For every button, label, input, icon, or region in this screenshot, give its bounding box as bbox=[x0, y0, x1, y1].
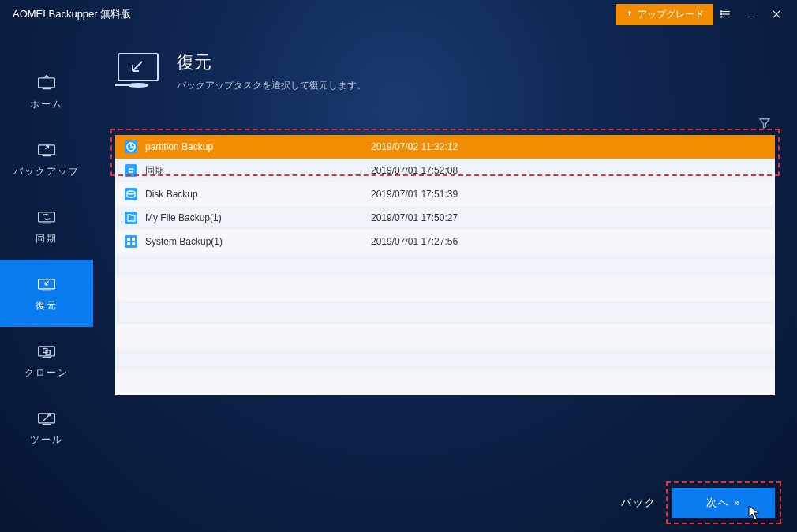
task-row[interactable]: System Backup(1)2019/07/01 17:27:56 bbox=[115, 230, 775, 253]
svg-point-22 bbox=[48, 414, 51, 416]
svg-rect-24 bbox=[118, 54, 158, 81]
sidebar: ホーム バックアップ 同期 復元 クローン ツール bbox=[0, 28, 93, 532]
task-row[interactable]: 同期2019/07/01 17:52:08 bbox=[115, 159, 775, 182]
minimize-button[interactable] bbox=[739, 2, 764, 27]
sidebar-item-label: 復元 bbox=[36, 299, 58, 313]
page-subtitle: バックアップタスクを選択して復元します。 bbox=[177, 79, 366, 92]
task-row[interactable]: My File Backup(1)2019/07/01 17:50:27 bbox=[115, 206, 775, 230]
svg-rect-9 bbox=[39, 78, 55, 88]
partition-icon bbox=[125, 140, 137, 153]
restore-icon bbox=[36, 274, 58, 293]
task-name: Disk Backup bbox=[145, 189, 371, 200]
task-date: 2019/07/01 17:27:56 bbox=[371, 236, 765, 247]
home-icon bbox=[36, 73, 58, 92]
titlebar: AOMEI Backupper 無料版 アップグレード bbox=[0, 0, 797, 28]
task-name: System Backup(1) bbox=[145, 236, 371, 247]
sidebar-item-clone[interactable]: クローン bbox=[0, 327, 93, 394]
svg-rect-13 bbox=[39, 212, 55, 222]
back-button[interactable]: バック bbox=[621, 496, 657, 510]
task-date: 2019/07/02 11:32:12 bbox=[371, 141, 765, 152]
main-panel: 復元 バックアップタスクを選択して復元します。 partition Backup… bbox=[93, 28, 797, 532]
svg-rect-34 bbox=[127, 238, 130, 241]
svg-rect-36 bbox=[127, 242, 130, 245]
sync-icon bbox=[36, 207, 58, 226]
task-list: partition Backup2019/07/02 11:32:12同期201… bbox=[115, 135, 775, 395]
sidebar-item-label: バックアップ bbox=[13, 165, 80, 178]
sidebar-item-label: ツール bbox=[30, 433, 63, 447]
disk-icon bbox=[125, 188, 137, 200]
empty-row bbox=[115, 277, 775, 301]
sidebar-item-label: 同期 bbox=[36, 232, 58, 245]
next-label: 次へ » bbox=[706, 496, 742, 510]
svg-point-3 bbox=[721, 11, 722, 12]
svg-rect-33 bbox=[125, 235, 137, 248]
tools-icon bbox=[36, 408, 58, 427]
task-name: partition Backup bbox=[145, 141, 371, 152]
sidebar-item-sync[interactable]: 同期 bbox=[0, 193, 93, 260]
system-icon bbox=[125, 235, 137, 248]
empty-row bbox=[115, 348, 775, 372]
clone-icon bbox=[36, 341, 58, 360]
task-row[interactable]: partition Backup2019/07/02 11:32:12 bbox=[115, 135, 775, 159]
file-icon bbox=[125, 212, 137, 224]
cloud-up-icon bbox=[625, 9, 634, 19]
svg-rect-29 bbox=[125, 164, 137, 177]
sidebar-item-home[interactable]: ホーム bbox=[0, 58, 93, 126]
sidebar-item-restore[interactable]: 復元 bbox=[0, 260, 93, 327]
app-title: AOMEI Backupper 無料版 bbox=[13, 7, 131, 21]
footer: バック 次へ » bbox=[621, 488, 775, 518]
svg-point-4 bbox=[721, 13, 722, 14]
empty-row bbox=[115, 324, 775, 348]
task-row[interactable]: Disk Backup2019/07/01 17:51:39 bbox=[115, 182, 775, 206]
upgrade-label: アップグレード bbox=[638, 8, 704, 21]
sync-icon bbox=[125, 164, 137, 177]
task-date: 2019/07/01 17:51:39 bbox=[371, 189, 765, 200]
empty-row bbox=[115, 372, 775, 395]
sidebar-item-label: クローン bbox=[24, 366, 69, 380]
svg-point-5 bbox=[721, 17, 722, 17]
task-name: My File Backup(1) bbox=[145, 212, 371, 223]
empty-row bbox=[115, 253, 775, 277]
next-button-wrap: 次へ » bbox=[672, 488, 775, 518]
filter-icon[interactable] bbox=[758, 116, 772, 130]
next-button[interactable]: 次へ » bbox=[672, 488, 775, 518]
svg-rect-35 bbox=[132, 238, 135, 241]
task-name: 同期 bbox=[145, 164, 371, 178]
upgrade-button[interactable]: アップグレード bbox=[616, 4, 713, 25]
restore-large-icon bbox=[115, 51, 161, 90]
svg-rect-11 bbox=[39, 145, 55, 155]
task-list-wrap: partition Backup2019/07/02 11:32:12同期201… bbox=[115, 135, 775, 395]
backup-icon bbox=[36, 140, 58, 159]
svg-rect-37 bbox=[132, 242, 135, 245]
empty-row bbox=[115, 301, 775, 324]
app-window: AOMEI Backupper 無料版 アップグレード ホーム バックアップ bbox=[0, 0, 797, 532]
sidebar-item-label: ホーム bbox=[30, 98, 63, 111]
close-button[interactable] bbox=[764, 2, 789, 27]
sidebar-item-tools[interactable]: ツール bbox=[0, 394, 93, 461]
filter-row bbox=[115, 116, 775, 130]
menu-list-icon[interactable] bbox=[713, 2, 739, 27]
sidebar-item-backup[interactable]: バックアップ bbox=[0, 126, 93, 193]
page-title: 復元 bbox=[177, 51, 366, 74]
page-header: 復元 バックアップタスクを選択して復元します。 bbox=[115, 51, 775, 92]
task-date: 2019/07/01 17:50:27 bbox=[371, 212, 765, 223]
task-date: 2019/07/01 17:52:08 bbox=[371, 165, 765, 176]
body: ホーム バックアップ 同期 復元 クローン ツール bbox=[0, 28, 797, 532]
